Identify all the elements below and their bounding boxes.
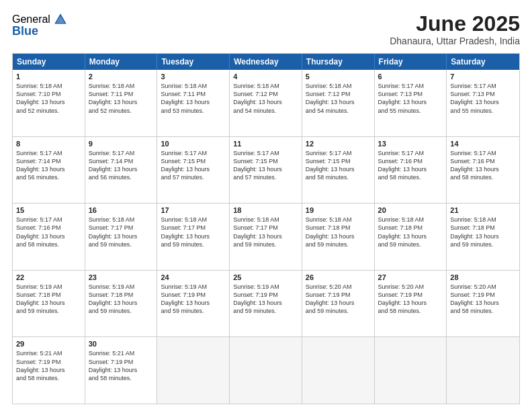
logo-icon (53, 12, 68, 27)
calendar-cell-15: 15Sunrise: 5:17 AMSunset: 7:16 PMDayligh… (13, 203, 85, 270)
header-day-sunday: Sunday (13, 54, 85, 70)
day-number: 13 (378, 140, 443, 148)
day-number: 1 (16, 73, 81, 81)
header-day-wednesday: Wednesday (230, 54, 302, 70)
day-number: 28 (450, 273, 516, 281)
cell-info: Sunrise: 5:18 AMSunset: 7:18 PMDaylight:… (450, 216, 516, 248)
calendar-cell-16: 16Sunrise: 5:18 AMSunset: 7:17 PMDayligh… (85, 203, 158, 270)
cell-info: Sunrise: 5:17 AMSunset: 7:14 PMDaylight:… (16, 149, 81, 182)
calendar-cell-27: 27Sunrise: 5:20 AMSunset: 7:19 PMDayligh… (375, 271, 447, 337)
cell-info: Sunrise: 5:18 AMSunset: 7:11 PMDaylight:… (161, 82, 226, 115)
cell-info: Sunrise: 5:18 AMSunset: 7:17 PMDaylight:… (233, 216, 298, 248)
calendar-row-0: 1Sunrise: 5:18 AMSunset: 7:10 PMDaylight… (13, 70, 519, 137)
month-year: June 2025 (390, 12, 520, 36)
calendar-cell-29: 29Sunrise: 5:21 AMSunset: 7:19 PMDayligh… (13, 337, 85, 404)
calendar-cell-6: 6Sunrise: 5:17 AMSunset: 7:13 PMDaylight… (375, 70, 447, 136)
cell-info: Sunrise: 5:17 AMSunset: 7:16 PMDaylight:… (450, 149, 516, 182)
header-day-friday: Friday (375, 54, 447, 70)
calendar-cell-empty (302, 337, 375, 404)
header-day-monday: Monday (85, 54, 158, 70)
day-number: 8 (16, 140, 81, 148)
calendar-cell-empty (375, 337, 447, 404)
logo: General Blue (12, 12, 68, 38)
cell-info: Sunrise: 5:21 AMSunset: 7:19 PMDaylight:… (89, 349, 154, 382)
day-number: 6 (378, 73, 443, 81)
cell-info: Sunrise: 5:20 AMSunset: 7:19 PMDaylight:… (450, 283, 516, 316)
day-number: 23 (89, 273, 154, 281)
calendar-cell-22: 22Sunrise: 5:19 AMSunset: 7:18 PMDayligh… (13, 271, 85, 337)
calendar-row-3: 22Sunrise: 5:19 AMSunset: 7:18 PMDayligh… (13, 271, 519, 338)
calendar-cell-23: 23Sunrise: 5:19 AMSunset: 7:18 PMDayligh… (85, 271, 158, 337)
calendar-body: 1Sunrise: 5:18 AMSunset: 7:10 PMDaylight… (13, 70, 519, 404)
cell-info: Sunrise: 5:20 AMSunset: 7:19 PMDaylight:… (378, 283, 443, 316)
calendar-cell-10: 10Sunrise: 5:17 AMSunset: 7:15 PMDayligh… (157, 137, 230, 203)
cell-info: Sunrise: 5:19 AMSunset: 7:19 PMDaylight:… (161, 283, 226, 316)
cell-info: Sunrise: 5:18 AMSunset: 7:18 PMDaylight:… (378, 216, 443, 248)
logo-blue: Blue (12, 24, 38, 38)
day-number: 3 (161, 73, 226, 81)
calendar-cell-empty (447, 337, 519, 404)
cell-info: Sunrise: 5:17 AMSunset: 7:14 PMDaylight:… (89, 149, 154, 182)
day-number: 26 (306, 273, 371, 281)
calendar-row-4: 29Sunrise: 5:21 AMSunset: 7:19 PMDayligh… (13, 337, 519, 404)
cell-info: Sunrise: 5:21 AMSunset: 7:19 PMDaylight:… (16, 349, 81, 382)
calendar-cell-19: 19Sunrise: 5:18 AMSunset: 7:18 PMDayligh… (302, 203, 375, 270)
cell-info: Sunrise: 5:17 AMSunset: 7:16 PMDaylight:… (16, 216, 81, 248)
calendar-cell-25: 25Sunrise: 5:19 AMSunset: 7:19 PMDayligh… (230, 271, 302, 337)
day-number: 30 (89, 340, 154, 348)
day-number: 14 (450, 140, 516, 148)
calendar-row-1: 8Sunrise: 5:17 AMSunset: 7:14 PMDaylight… (13, 137, 519, 204)
calendar-cell-12: 12Sunrise: 5:17 AMSunset: 7:15 PMDayligh… (302, 137, 375, 203)
calendar-cell-21: 21Sunrise: 5:18 AMSunset: 7:18 PMDayligh… (447, 203, 519, 270)
title-block: June 2025 Dhanaura, Uttar Pradesh, India (390, 12, 520, 46)
day-number: 19 (306, 206, 371, 214)
header-day-thursday: Thursday (302, 54, 375, 70)
cell-info: Sunrise: 5:17 AMSunset: 7:15 PMDaylight:… (306, 149, 371, 182)
calendar-cell-9: 9Sunrise: 5:17 AMSunset: 7:14 PMDaylight… (85, 137, 158, 203)
day-number: 27 (378, 273, 443, 281)
calendar-cell-24: 24Sunrise: 5:19 AMSunset: 7:19 PMDayligh… (157, 271, 230, 337)
cell-info: Sunrise: 5:19 AMSunset: 7:18 PMDaylight:… (16, 283, 81, 316)
cell-info: Sunrise: 5:18 AMSunset: 7:17 PMDaylight:… (161, 216, 226, 248)
cell-info: Sunrise: 5:19 AMSunset: 7:19 PMDaylight:… (233, 283, 298, 316)
cell-info: Sunrise: 5:18 AMSunset: 7:11 PMDaylight:… (89, 82, 154, 115)
calendar-cell-30: 30Sunrise: 5:21 AMSunset: 7:19 PMDayligh… (85, 337, 158, 404)
day-number: 15 (16, 206, 81, 214)
calendar-cell-20: 20Sunrise: 5:18 AMSunset: 7:18 PMDayligh… (375, 203, 447, 270)
calendar-cell-14: 14Sunrise: 5:17 AMSunset: 7:16 PMDayligh… (447, 137, 519, 203)
day-number: 5 (306, 73, 371, 81)
calendar-cell-18: 18Sunrise: 5:18 AMSunset: 7:17 PMDayligh… (230, 203, 302, 270)
cell-info: Sunrise: 5:18 AMSunset: 7:12 PMDaylight:… (306, 82, 371, 115)
cell-info: Sunrise: 5:18 AMSunset: 7:17 PMDaylight:… (89, 216, 154, 248)
cell-info: Sunrise: 5:18 AMSunset: 7:18 PMDaylight:… (306, 216, 371, 248)
day-number: 17 (161, 206, 226, 214)
day-number: 16 (89, 206, 154, 214)
day-number: 21 (450, 206, 516, 214)
day-number: 4 (233, 73, 298, 81)
day-number: 20 (378, 206, 443, 214)
day-number: 2 (89, 73, 154, 81)
day-number: 9 (89, 140, 154, 148)
page: General Blue June 2025 Dhanaura, Uttar P… (0, 0, 532, 411)
calendar-cell-3: 3Sunrise: 5:18 AMSunset: 7:11 PMDaylight… (157, 70, 230, 136)
calendar-cell-2: 2Sunrise: 5:18 AMSunset: 7:11 PMDaylight… (85, 70, 158, 136)
calendar-cell-empty (157, 337, 230, 404)
cell-info: Sunrise: 5:18 AMSunset: 7:12 PMDaylight:… (233, 82, 298, 115)
calendar-cell-8: 8Sunrise: 5:17 AMSunset: 7:14 PMDaylight… (13, 137, 85, 203)
cell-info: Sunrise: 5:17 AMSunset: 7:15 PMDaylight:… (233, 149, 298, 182)
calendar-cell-4: 4Sunrise: 5:18 AMSunset: 7:12 PMDaylight… (230, 70, 302, 136)
location: Dhanaura, Uttar Pradesh, India (390, 36, 520, 46)
cell-info: Sunrise: 5:20 AMSunset: 7:19 PMDaylight:… (306, 283, 371, 316)
cell-info: Sunrise: 5:17 AMSunset: 7:15 PMDaylight:… (161, 149, 226, 182)
header-day-saturday: Saturday (447, 54, 519, 70)
calendar-cell-13: 13Sunrise: 5:17 AMSunset: 7:16 PMDayligh… (375, 137, 447, 203)
day-number: 25 (233, 273, 298, 281)
cell-info: Sunrise: 5:17 AMSunset: 7:16 PMDaylight:… (378, 149, 443, 182)
day-number: 12 (306, 140, 371, 148)
calendar-header: SundayMondayTuesdayWednesdayThursdayFrid… (13, 54, 519, 70)
calendar-cell-5: 5Sunrise: 5:18 AMSunset: 7:12 PMDaylight… (302, 70, 375, 136)
cell-info: Sunrise: 5:17 AMSunset: 7:13 PMDaylight:… (378, 82, 443, 115)
calendar-cell-28: 28Sunrise: 5:20 AMSunset: 7:19 PMDayligh… (447, 271, 519, 337)
cell-info: Sunrise: 5:18 AMSunset: 7:10 PMDaylight:… (16, 82, 81, 115)
calendar-cell-26: 26Sunrise: 5:20 AMSunset: 7:19 PMDayligh… (302, 271, 375, 337)
